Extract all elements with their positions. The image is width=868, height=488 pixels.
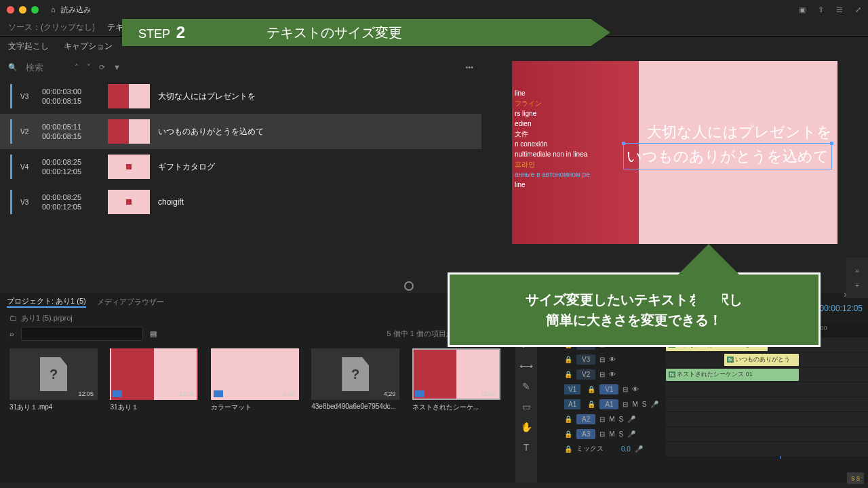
track-v3[interactable]: V3 (576, 354, 595, 365)
import-label[interactable]: 読み込み (61, 5, 91, 15)
bin-item-selected[interactable]: 12:05ネストされたシーケ... (412, 348, 506, 476)
slip-tool-icon[interactable]: ✎ (522, 381, 530, 392)
toggle-icon[interactable]: ⊟ (599, 356, 605, 363)
bin-item[interactable]: 12:0531あり１ (110, 348, 203, 476)
track-a3[interactable]: A3 (576, 429, 595, 439)
mic-icon[interactable]: 🎤 (627, 415, 635, 423)
titlebar: ⌂ 読み込み ▣ ⇧ ☰ ⤢ (0, 0, 868, 19)
prev-icon[interactable]: ˄ (75, 63, 79, 72)
scrub-bar[interactable] (0, 279, 481, 293)
text-item-selected[interactable]: V2 00:00:05:1100:00:08:15 いつものありがとうを込めて (0, 114, 481, 149)
lock-icon[interactable]: 🔒 (587, 401, 595, 408)
search-input[interactable] (26, 62, 66, 73)
right-strip: » + (846, 258, 868, 298)
tab-source[interactable]: ソース：(クリップなし) (8, 22, 95, 33)
mic-icon[interactable]: 🎤 (627, 430, 635, 438)
toggle-icon[interactable]: ⊟ (599, 371, 605, 378)
pen-tool-icon[interactable]: ▭ (522, 401, 531, 412)
text-item[interactable]: V3 00:00:08:2500:00:12:05 choigift (0, 184, 481, 220)
menu-icon[interactable]: ☰ (836, 5, 843, 14)
bin-item[interactable]: ?4;2943e8bed490a6e0e7954dc... (311, 348, 405, 476)
track-v2[interactable]: V2 (576, 369, 595, 380)
track-v1[interactable]: V1 (599, 384, 618, 394)
mic-icon[interactable]: 🎤 (650, 401, 658, 408)
fullscreen-icon[interactable]: ⤢ (855, 5, 861, 14)
subtab-caption[interactable]: キャプション (64, 41, 113, 52)
mix-label: ミックス (576, 444, 604, 453)
lock-icon[interactable]: 🔒 (564, 430, 572, 438)
lock-icon[interactable]: 🔒 (564, 445, 572, 453)
callout: サイズ変更したいテキストを選択し 簡単に大きさを変更できる！ (448, 210, 821, 347)
step-banner: STEP 2 テキストのサイズ変更 (122, 19, 610, 46)
lock-icon[interactable]: 🔒 (564, 371, 572, 378)
next-icon[interactable]: ˅ (87, 63, 91, 72)
mic-icon[interactable]: 🎤 (635, 445, 643, 453)
eye-icon[interactable]: 👁 (609, 356, 616, 363)
eye-icon[interactable]: 👁 (632, 386, 639, 393)
arrow-up-icon (675, 210, 743, 278)
track-a2[interactable]: A2 (576, 414, 595, 424)
src-a1[interactable]: A1 (564, 399, 580, 409)
offline-media-text: lineフライン rs ligneedien 文件n conexión nult… (515, 88, 590, 190)
window-controls (7, 6, 39, 14)
toggle-icon[interactable]: ⊟ (599, 415, 605, 423)
type-tool-icon[interactable]: T (524, 442, 530, 453)
project-file: あり1 (5).prproj (21, 313, 73, 323)
track-a1[interactable]: A1 (599, 399, 618, 409)
bottom-toolbar: ✎ ☰ ▦ ▬ ○── ≡▾ ▦ 🔍 🗀 🗋 🗑 (0, 483, 868, 488)
clip-v3[interactable]: fxいつものありがとう (724, 354, 799, 366)
bin-item[interactable]: ?12:0531あり１.mp4 (9, 348, 103, 476)
project-bins: ?12:0531あり１.mp4 12:0531あり１ 5:00カラーマット ?4… (0, 342, 515, 483)
toggle-icon[interactable]: ⊟ (623, 386, 628, 393)
close-dot[interactable] (7, 6, 14, 14)
add-icon[interactable]: + (855, 281, 859, 289)
search-icon[interactable]: 🔍 (8, 63, 18, 72)
search-icon: ⌕ (9, 329, 14, 338)
lock-icon[interactable]: 🔒 (564, 415, 572, 423)
refresh-icon[interactable]: ⟳ (99, 63, 105, 72)
more-icon[interactable]: ••• (465, 63, 473, 71)
tab-project[interactable]: プロジェクト: あり1 (5) (7, 296, 86, 308)
share-icon[interactable]: ⇧ (818, 5, 824, 14)
src-v1[interactable]: V1 (564, 384, 580, 394)
project-search[interactable] (21, 327, 143, 341)
selected-text-frame[interactable]: いつものありがとうを込めて (623, 143, 832, 169)
text-item[interactable]: V3 00:00:03:0000:00:08:15 大切な人にはプレゼントを (0, 79, 481, 114)
ss-badge: s s (847, 472, 864, 484)
hand-tool-icon[interactable]: ✋ (521, 422, 532, 432)
text-panel: 🔍 ˄ ˅ ⟳ ▼ ••• V3 00:00:03:0000:00:08:15 … (0, 56, 481, 293)
subtab-transcribe[interactable]: 文字起こし (8, 41, 49, 52)
tab-media-browser[interactable]: メディアブラウザー (97, 297, 164, 307)
clip-nest[interactable]: fxネストされたシーケンス 01 (666, 369, 799, 381)
razor-tool-icon[interactable]: ⟷ (519, 361, 533, 371)
home-icon[interactable]: ⌂ (51, 5, 56, 14)
filter-icon[interactable]: ▼ (113, 63, 121, 71)
text-list: V3 00:00:03:0000:00:08:15 大切な人にはプレゼントを V… (0, 79, 481, 279)
text-item[interactable]: V4 00:00:08:2500:00:12:05 ギフトカタログ (0, 149, 481, 184)
bin-icon[interactable]: ▤ (150, 329, 157, 338)
min-dot[interactable] (19, 6, 26, 14)
toggle-icon[interactable]: ⊟ (623, 401, 628, 408)
bin-item[interactable]: 5:00カラーマット (211, 348, 304, 476)
folder-icon: 🗀 (9, 314, 17, 322)
mix-value[interactable]: 0.0 (621, 445, 631, 453)
expand-icon[interactable]: » (855, 266, 859, 274)
lock-icon[interactable]: 🔒 (564, 356, 572, 363)
program-timecode: 00:00:12:05 (820, 304, 863, 313)
max-dot[interactable] (31, 6, 39, 14)
preview-title-1: 大切な人にはプレゼントを (623, 121, 832, 143)
layout-icon[interactable]: ▣ (799, 5, 806, 14)
toggle-icon[interactable]: ⊟ (599, 430, 605, 438)
project-panel: プロジェクト: あり1 (5) メディアブラウザー 🗀あり1 (5).prpro… (0, 293, 515, 483)
lock-icon[interactable]: 🔒 (587, 386, 595, 393)
eye-icon[interactable]: 👁 (609, 371, 616, 378)
